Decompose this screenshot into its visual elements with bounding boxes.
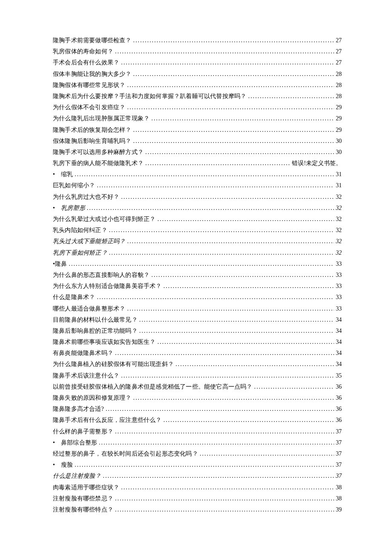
toc-entry[interactable]: 隆胸手术前需要做哪些检查？27 [53, 38, 342, 44]
toc-entry-page: 37 [336, 440, 342, 446]
toc-entry[interactable]: • 乳房塑形32 [53, 205, 342, 211]
toc-entry-page: 34 [336, 361, 342, 367]
toc-entry[interactable]: • 瘦脸37 [53, 462, 342, 468]
toc-entry[interactable]: 目前隆鼻的材料以什么最常见？34 [53, 317, 342, 323]
toc-leader-dots [115, 49, 334, 55]
toc-entry-title: 注射瘦脸有哪些禁忌？ [53, 496, 113, 502]
toc-entry-title: 乳房下垂如何矫正？ [53, 250, 107, 256]
toc-leader-dots [157, 339, 334, 345]
toc-entry[interactable]: 隆鼻后影响鼻腔的正常功能吗？34 [53, 328, 342, 334]
toc-entry-page: 27 [336, 38, 342, 44]
toc-entry[interactable]: 哪些人最适合做鼻整形术？33 [53, 306, 342, 312]
toc-entry[interactable]: 乳房下垂如何矫正？32 [53, 250, 342, 256]
toc-leader-dots [115, 507, 334, 513]
toc-entry[interactable]: 隆鼻术前哪些事项应该如实告知医生？34 [53, 339, 342, 345]
toc-entry[interactable]: 乳头内陷如何纠正？32 [53, 227, 342, 233]
toc-leader-dots [121, 60, 334, 66]
toc-entry[interactable]: 为什么乳房过大也不好？32 [53, 194, 342, 200]
toc-entry[interactable]: • 缩乳31 [53, 171, 342, 177]
toc-leader-dots [115, 429, 334, 435]
toc-entry[interactable]: 经过整形的鼻子，在较长时间后还会引起形态变化吗？37 [53, 451, 342, 457]
toc-entry[interactable]: •隆鼻33 [53, 261, 342, 267]
toc-entry[interactable]: 为什么乳晕过大或过小也可得到矫正？32 [53, 216, 342, 222]
toc-entry[interactable]: 有鼻炎能做隆鼻术吗？34 [53, 350, 342, 356]
toc-entry[interactable]: 隆胸手术后的恢复期会怎样？29 [53, 127, 342, 133]
toc-entry-page: 28 [336, 82, 342, 88]
toc-entry-title: 缩乳 [61, 171, 73, 177]
toc-entry[interactable]: 隆鼻手术后该注意什么？35 [53, 373, 342, 379]
toc-entry[interactable]: 隆鼻失败的原因和修复原理？36 [53, 395, 342, 401]
toc-entry-title: 隆胸假体有哪些常见形状？ [53, 82, 125, 88]
toc-entry[interactable]: 巨乳如何缩小？31 [53, 183, 342, 189]
toc-entry-title: •隆鼻 [53, 261, 67, 267]
toc-leader-dots [164, 417, 334, 423]
toc-entry[interactable]: 乳房假体的寿命如何？27 [53, 49, 342, 55]
toc-entry-page: 35 [336, 373, 342, 379]
toc-entry-page: 27 [336, 49, 342, 55]
toc-leader-dots [139, 328, 334, 334]
toc-entry[interactable]: 隆鼻隆多高才合适?36 [53, 406, 342, 412]
toc-leader-dots [200, 451, 334, 457]
toc-leader-dots [248, 93, 334, 99]
toc-entry[interactable]: 隆鼻手术后有什么反应，应注意些什么？36 [53, 417, 342, 423]
toc-entry-page: 30 [336, 138, 342, 144]
toc-entry[interactable]: 隆胸术后为什么要按摩？手法和力度如何掌握？趴着睡可以代替按摩吗？28 [53, 93, 342, 99]
toc-entry-title: 隆鼻失败的原因和修复原理？ [53, 395, 132, 401]
toc-entry[interactable]: 乳头过大或下垂能矫正吗？32 [53, 238, 342, 244]
toc-entry-page: 31 [336, 171, 342, 177]
toc-leader-dots [164, 283, 334, 289]
bullet-icon: • [53, 205, 61, 211]
toc-entry-title: 鼻部综合整形 [61, 440, 97, 446]
toc-entry-page: 29 [336, 116, 342, 122]
toc-entry-title: 为什么东方人特别适合做隆鼻美容手术？ [53, 283, 162, 289]
toc-entry[interactable]: 为什么东方人特别适合做隆鼻美容手术？33 [53, 283, 342, 289]
toc-leader-dots [109, 250, 334, 256]
toc-entry-page: 32 [336, 238, 342, 244]
toc-entry-title: 注射瘦脸有哪些特点？ [53, 507, 113, 513]
toc-leader-dots [69, 261, 334, 267]
toc-entry-page: 32 [336, 227, 342, 233]
toc-leader-dots [133, 71, 334, 77]
toc-leader-dots [87, 205, 334, 211]
toc-entry-title: 乳头过大或下垂能矫正吗？ [53, 238, 125, 244]
toc-entry-title: 什么是注射瘦脸？ [53, 473, 101, 479]
toc-entry-title: 假体隆胸后影响生育哺乳吗？ [53, 138, 132, 144]
toc-entry[interactable]: 注射瘦脸有哪些特点？39 [53, 507, 342, 513]
toc-entry-page: 32 [336, 194, 342, 200]
toc-entry-page: 33 [336, 283, 342, 289]
toc-entry-page: 36 [336, 384, 342, 390]
toc-entry-page: 32 [336, 216, 342, 222]
toc-entry-title: 乳房下垂的病人能不能做隆乳术？ [53, 160, 144, 166]
toc-entry[interactable]: 乳房下垂的病人能不能做隆乳术？错误!未定义书签。 [53, 160, 342, 166]
toc-leader-dots [97, 183, 334, 189]
toc-entry-title: 什么是隆鼻术？ [53, 294, 95, 300]
toc-entry-page: 37 [336, 473, 342, 479]
toc-entry[interactable]: 隆胸手术可以选用多种麻醉方式？30 [53, 149, 342, 155]
toc-entry[interactable]: • 鼻部综合整形37 [53, 440, 342, 446]
toc-entry-title: 瘦脸 [61, 462, 73, 468]
toc-entry[interactable]: 什么是注射瘦脸？37 [53, 473, 342, 479]
toc-entry[interactable]: 隆胸假体有哪些常见形状？28 [53, 82, 342, 88]
toc-entry[interactable]: 假体隆胸后影响生育哺乳吗？30 [53, 138, 342, 144]
toc-entry[interactable]: 手术会后会有什么效果？27 [53, 60, 342, 66]
toc-entry-page: 38 [336, 485, 342, 491]
toc-entry[interactable]: 为什么假体不会引发癌症？29 [53, 105, 342, 110]
toc-entry-title: 为什么乳房过大也不好？ [53, 194, 119, 200]
toc-entry[interactable]: 为什么隆鼻植入的硅胶假体有可能出现歪斜？34 [53, 361, 342, 367]
toc-leader-dots [99, 440, 334, 446]
toc-entry-title: 隆胸手术可以选用多种麻醉方式？ [53, 149, 144, 155]
toc-entry[interactable]: 什么是隆鼻术？33 [53, 294, 342, 300]
toc-entry-page: 28 [336, 93, 342, 99]
toc-entry[interactable]: 以前曾接受硅胶假体植入的隆鼻术但是感觉稍低了一些。能使它高一点吗？36 [53, 384, 342, 390]
bullet-icon: • [53, 462, 61, 468]
toc-entry-page: 31 [336, 183, 342, 189]
toc-entry[interactable]: 肉毒素适用于哪些症状？38 [53, 485, 342, 491]
toc-entry[interactable]: 为什么隆乳后出现肿胀属正常现象？29 [53, 116, 342, 122]
toc-entry[interactable]: 假体丰胸能让我的胸大多少？28 [53, 71, 342, 77]
toc-leader-dots [133, 138, 334, 144]
table-of-contents: 隆胸手术前需要做哪些检查？27乳房假体的寿命如何？27手术会后会有什么效果？27… [53, 38, 342, 513]
toc-entry-title: 经过整形的鼻子，在较长时间后还会引起形态变化吗？ [53, 451, 198, 457]
toc-entry[interactable]: 为什么鼻的形态直接影响人的容貌？33 [53, 272, 342, 278]
toc-entry[interactable]: 注射瘦脸有哪些禁忌？38 [53, 496, 342, 502]
toc-entry[interactable]: 什么样的鼻子需整形？37 [53, 429, 342, 435]
